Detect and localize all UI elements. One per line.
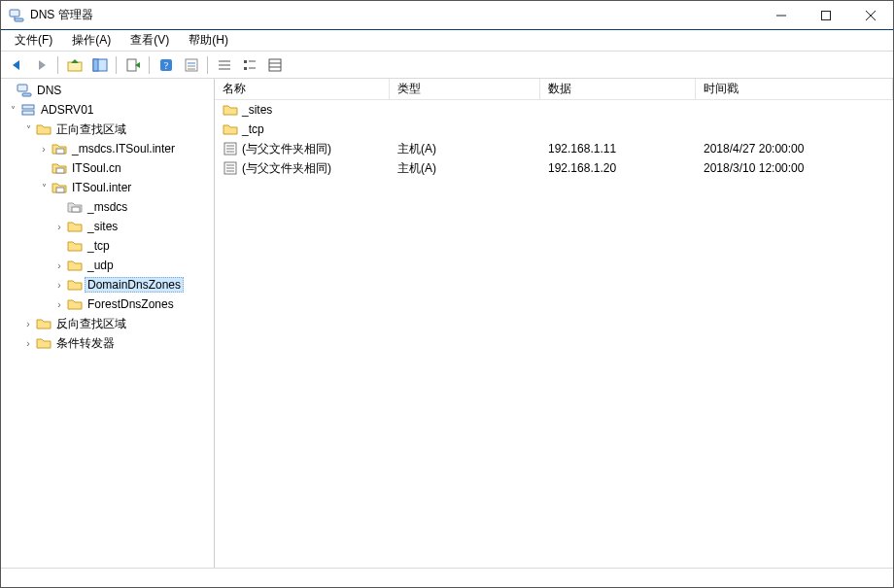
tree-sub-forestdnszones[interactable]: › ForestDnsZones <box>1 294 214 314</box>
list-icon <box>242 57 258 73</box>
chevron-right-icon[interactable]: › <box>22 319 34 329</box>
properties-icon <box>184 57 199 73</box>
tree-pane-icon <box>92 57 108 73</box>
tree-label: _tcp <box>85 239 113 253</box>
tree-label: _udp <box>85 259 117 272</box>
chevron-right-icon[interactable]: › <box>38 144 50 155</box>
list-small-icon <box>217 57 232 73</box>
tree-root-dns[interactable]: DNS <box>1 81 214 100</box>
tree-label: ITSoul.inter <box>69 181 134 194</box>
list-detail-icon <box>267 57 283 73</box>
svg-rect-31 <box>17 85 27 91</box>
tree-pane[interactable]: DNS ˅ ADSRV01 <box>1 79 215 568</box>
forward-arrow-icon <box>34 57 50 73</box>
tree-reverse-lookup[interactable]: › 反向查找区域 <box>1 314 214 333</box>
cell-name-text: (与父文件夹相同) <box>242 141 331 157</box>
toolbar-properties-button[interactable] <box>180 54 203 76</box>
folder-icon <box>36 121 52 137</box>
tree-server[interactable]: ˅ ADSRV01 <box>1 100 214 120</box>
cell-timestamp: 2018/3/10 12:00:00 <box>696 161 893 175</box>
cell-type: 主机(A) <box>390 141 540 157</box>
menu-view[interactable]: 查看(V) <box>120 30 179 51</box>
chevron-right-icon[interactable]: › <box>53 280 65 291</box>
tree-conditional-forwarders[interactable]: › 条件转发器 <box>1 333 214 353</box>
cell-name-text: _sites <box>242 103 272 117</box>
list-row[interactable]: _sites <box>215 100 893 120</box>
menu-file[interactable]: 文件(F) <box>5 30 62 51</box>
toolbar-separator <box>114 54 120 76</box>
toolbar-show-hide-tree-button[interactable] <box>88 54 112 76</box>
tree-sub-udp[interactable]: › _udp <box>1 256 214 275</box>
menu-help[interactable]: 帮助(H) <box>179 30 238 51</box>
list-header: 名称 类型 数据 时间戳 <box>215 79 893 100</box>
folder-icon <box>67 277 83 293</box>
cell-name-text: (与父文件夹相同) <box>242 160 331 177</box>
column-header-type[interactable]: 类型 <box>390 79 540 99</box>
folder-icon <box>67 238 83 254</box>
folder-icon <box>36 316 52 331</box>
tree-label: _msdcs <box>85 200 130 214</box>
cell-name: (与父文件夹相同) <box>215 141 390 157</box>
menu-action[interactable]: 操作(A) <box>62 30 120 51</box>
chevron-down-icon[interactable]: ˅ <box>22 124 34 135</box>
zone-icon <box>52 141 67 156</box>
column-header-timestamp[interactable]: 时间戳 <box>696 79 893 99</box>
toolbar-view-small-button[interactable] <box>213 54 236 76</box>
svg-marker-8 <box>39 60 46 70</box>
minimize-button[interactable] <box>759 1 804 29</box>
toolbar-separator <box>55 54 61 76</box>
toolbar-help-button[interactable]: ? <box>155 54 178 76</box>
folder-icon <box>223 121 238 137</box>
statusbar <box>1 568 893 587</box>
toolbar-view-list-button[interactable] <box>238 54 261 76</box>
tree-forward-lookup[interactable]: ˅ 正向查找区域 <box>1 120 214 139</box>
tree-sub-msdcs[interactable]: _msdcs <box>1 197 214 217</box>
chevron-right-icon[interactable]: › <box>53 222 65 232</box>
svg-text:?: ? <box>164 60 169 71</box>
column-header-data[interactable]: 数据 <box>540 79 696 99</box>
dns-icon <box>17 83 32 98</box>
tree-sub-tcp[interactable]: _tcp <box>1 236 214 256</box>
record-icon <box>223 160 238 176</box>
close-button[interactable] <box>848 1 893 29</box>
svg-rect-12 <box>93 59 98 71</box>
svg-rect-9 <box>68 62 82 71</box>
tree-zone-msdcs[interactable]: › _msdcs.ITSoul.inter <box>1 139 214 158</box>
toolbar-back-button[interactable] <box>5 54 28 76</box>
cell-data: 192.168.1.20 <box>540 161 696 175</box>
list-row[interactable]: _tcp <box>215 120 893 139</box>
chevron-down-icon[interactable]: ˅ <box>7 105 18 116</box>
chevron-right-icon[interactable]: › <box>53 299 65 310</box>
tree-sub-sites[interactable]: › _sites <box>1 217 214 236</box>
svg-rect-26 <box>244 67 247 70</box>
toolbar-up-button[interactable] <box>63 54 86 76</box>
list-row[interactable]: (与父文件夹相同)主机(A)192.168.1.202018/3/10 12:0… <box>215 158 893 178</box>
svg-rect-37 <box>56 188 64 192</box>
toolbar-export-button[interactable] <box>121 54 145 76</box>
list-body[interactable]: _sites_tcp(与父文件夹相同)主机(A)192.168.1.112018… <box>215 100 893 178</box>
tree-label: 反向查找区域 <box>53 316 129 332</box>
chevron-right-icon[interactable]: › <box>22 338 34 349</box>
svg-marker-7 <box>13 60 19 70</box>
toolbar-forward-button[interactable] <box>30 54 53 76</box>
tree-zone-itsoul-inter[interactable]: ˅ ITSoul.inter <box>1 178 214 197</box>
svg-rect-0 <box>10 10 19 17</box>
toolbar-view-detail-button[interactable] <box>263 54 287 76</box>
cell-type: 主机(A) <box>390 160 540 177</box>
tree-sub-domaindnszones[interactable]: › DomainDnsZones <box>1 275 214 294</box>
column-header-name[interactable]: 名称 <box>215 79 390 99</box>
tree-label: _msdcs.ITSoul.inter <box>69 142 178 156</box>
zone-gray-icon <box>67 199 83 215</box>
tree-zone-itsoul-cn[interactable]: ITSoul.cn <box>1 158 214 178</box>
maximize-button[interactable] <box>804 1 848 29</box>
details-pane: 名称 类型 数据 时间戳 _sites_tcp(与父文件夹相同)主机(A)192… <box>215 79 893 568</box>
toolbar-separator <box>147 54 153 76</box>
window-title: DNS 管理器 <box>30 7 759 23</box>
tree-label: ForestDnsZones <box>85 297 177 311</box>
list-row[interactable]: (与父文件夹相同)主机(A)192.168.1.112018/4/27 20:0… <box>215 139 893 158</box>
tree-label: _sites <box>85 220 120 233</box>
cell-name-text: _tcp <box>242 122 264 136</box>
chevron-right-icon[interactable]: › <box>53 260 65 271</box>
svg-rect-38 <box>72 207 80 212</box>
chevron-down-icon[interactable]: ˅ <box>38 183 50 193</box>
